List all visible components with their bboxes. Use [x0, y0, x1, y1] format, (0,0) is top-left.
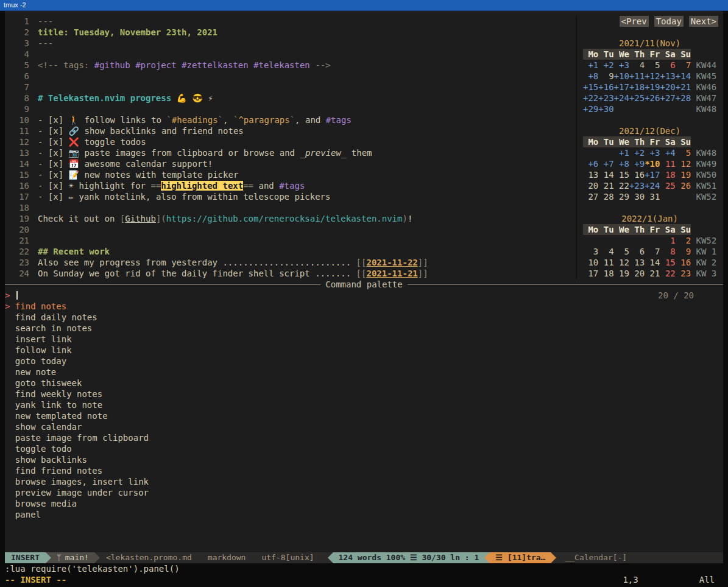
calendar-day[interactable]: +1	[583, 60, 598, 70]
calendar-day[interactable]: 12	[676, 159, 691, 169]
palette-item[interactable]: goto today	[5, 356, 723, 367]
calendar-day[interactable]: 5	[645, 60, 660, 70]
calendar-day[interactable]: 7	[645, 247, 660, 256]
calendar-day[interactable]: +23	[598, 93, 613, 103]
calendar-day[interactable]: +24	[614, 93, 629, 103]
calendar-day[interactable]: 7	[676, 60, 691, 70]
editor-line[interactable]: 6	[5, 71, 576, 82]
palette-item[interactable]: show backlinks	[5, 454, 723, 465]
calendar-day[interactable]: +17	[645, 170, 660, 180]
calendar-day[interactable]: 4	[598, 247, 613, 256]
calendar-day[interactable]: +14	[676, 71, 691, 81]
palette-item[interactable]: yank link to note	[5, 399, 723, 410]
editor-line[interactable]: 21	[5, 235, 576, 246]
calendar-day[interactable]: 16	[676, 258, 691, 267]
calendar-day[interactable]: +30	[598, 104, 613, 114]
palette-item[interactable]: new note	[5, 367, 723, 378]
editor-line[interactable]: 20	[5, 224, 576, 235]
calendar-day[interactable]: 14	[645, 258, 660, 267]
calendar-day[interactable]: 22	[614, 181, 629, 191]
calendar-day[interactable]: 28	[598, 192, 613, 202]
calendar-day[interactable]: 8	[660, 247, 675, 256]
editor-line[interactable]: 7	[5, 82, 576, 93]
palette-item[interactable]: follow link	[5, 345, 723, 356]
calendar-day[interactable]: 12	[614, 258, 629, 267]
editor-line[interactable]: 14- [x] 📅 awesome calendar support!	[5, 158, 576, 169]
calendar-day[interactable]: 20	[629, 269, 645, 278]
calendar-day[interactable]: +18	[629, 82, 645, 92]
calendar-day[interactable]: 3	[583, 247, 598, 256]
calendar-day[interactable]: 10	[583, 258, 598, 267]
calendar-day[interactable]: 18	[598, 269, 613, 278]
calendar-day[interactable]: +11	[629, 71, 645, 81]
palette-item[interactable]: paste image from clipboard	[5, 432, 723, 443]
calendar-day[interactable]: +16	[598, 82, 613, 92]
calendar-day[interactable]: +15	[583, 82, 598, 92]
calendar-day[interactable]: 25	[660, 181, 675, 191]
calendar-day[interactable]: 16	[629, 170, 645, 180]
palette-item[interactable]: search in notes	[5, 323, 723, 334]
calendar-day[interactable]: +28	[676, 93, 691, 103]
calendar-day[interactable]: 5	[676, 148, 691, 158]
calendar-day[interactable]: +7	[598, 159, 613, 169]
calendar-today-button[interactable]: Today	[654, 16, 684, 27]
calendar-day[interactable]: +17	[614, 82, 629, 92]
palette-item[interactable]: insert link	[5, 334, 723, 345]
calendar-day[interactable]: 11	[598, 258, 613, 267]
editor-pane[interactable]: 1---2title: Tuesday, November 23th, 2021…	[5, 16, 576, 279]
calendar-day[interactable]: 13	[629, 258, 645, 267]
calendar-day[interactable]: +2	[629, 148, 645, 158]
calendar-day[interactable]: 31	[645, 192, 660, 202]
calendar-day[interactable]: 20	[583, 181, 598, 191]
calendar-day[interactable]: 18	[660, 170, 675, 180]
calendar-day[interactable]: 19	[676, 170, 691, 180]
palette-item[interactable]: browse media	[5, 498, 723, 509]
editor-line[interactable]: 19Check it out on [Github](https://githu…	[5, 213, 576, 224]
calendar-day[interactable]: 6	[660, 60, 675, 70]
calendar-day[interactable]: +13	[660, 71, 675, 81]
calendar-day[interactable]: +25	[629, 93, 645, 103]
editor-line[interactable]: 23Also see my progress from yesterday ..…	[5, 257, 576, 268]
calendar-day[interactable]: +1	[614, 148, 629, 158]
editor-line[interactable]: 8# Telekasten.nvim progress 💪 😎 ⚡	[5, 93, 576, 104]
editor-line[interactable]: 12- [x] ❌ toggle todos	[5, 136, 576, 147]
calendar-day[interactable]: 4	[629, 60, 645, 70]
palette-item[interactable]: find weekly notes	[5, 388, 723, 399]
calendar-day[interactable]: +10	[614, 71, 629, 81]
calendar-day[interactable]: 21	[645, 269, 660, 278]
calendar-day[interactable]: 23	[676, 269, 691, 278]
editor-line[interactable]: 16- [x] ☀ highlight for ==highlighted te…	[5, 180, 576, 191]
calendar-day[interactable]: +21	[676, 82, 691, 92]
calendar-day[interactable]: +3	[614, 60, 629, 70]
editor-line[interactable]: 4	[5, 49, 576, 60]
calendar-day[interactable]: +29	[583, 104, 598, 114]
calendar-day[interactable]: +20	[660, 82, 675, 92]
calendar-next-button[interactable]: Next>	[689, 16, 718, 27]
calendar-day[interactable]: +27	[660, 93, 675, 103]
editor-line[interactable]: 10- [x] 🚶 follow links to `#headings`, `…	[5, 114, 576, 125]
editor-line[interactable]: 13- [x] 📷 paste images from clipboard or…	[5, 147, 576, 158]
calendar-day[interactable]: +3	[645, 148, 660, 158]
calendar-prev-button[interactable]: <Prev	[620, 16, 649, 27]
calendar-day[interactable]: 5	[614, 247, 629, 256]
calendar-day[interactable]: 14	[598, 170, 613, 180]
editor-line[interactable]: 3---	[5, 38, 576, 49]
calendar-day[interactable]: 27	[583, 192, 598, 202]
calendar-day[interactable]: 15	[614, 170, 629, 180]
calendar-day[interactable]: 11	[660, 159, 675, 169]
editor-line[interactable]: 15- [x] 📝 new notes with template picker	[5, 169, 576, 180]
calendar-day[interactable]: +24	[645, 181, 660, 191]
calendar-day[interactable]: +4	[660, 148, 675, 158]
palette-item[interactable]: >find notes	[5, 301, 723, 312]
calendar-day[interactable]: 2	[676, 236, 691, 245]
calendar-day[interactable]: 17	[583, 269, 598, 278]
palette-item[interactable]: show calendar	[5, 421, 723, 432]
editor-line[interactable]: 18	[5, 202, 576, 213]
calendar-day[interactable]: +9	[629, 159, 645, 169]
calendar-day[interactable]: +8	[583, 71, 598, 81]
calendar-day[interactable]: 9	[598, 71, 613, 81]
calendar-day[interactable]: +23	[629, 181, 645, 191]
calendar-day[interactable]: 19	[614, 269, 629, 278]
palette-prompt-input[interactable]: > 20 / 20	[5, 290, 723, 301]
palette-item[interactable]: preview image under cursor	[5, 487, 723, 498]
